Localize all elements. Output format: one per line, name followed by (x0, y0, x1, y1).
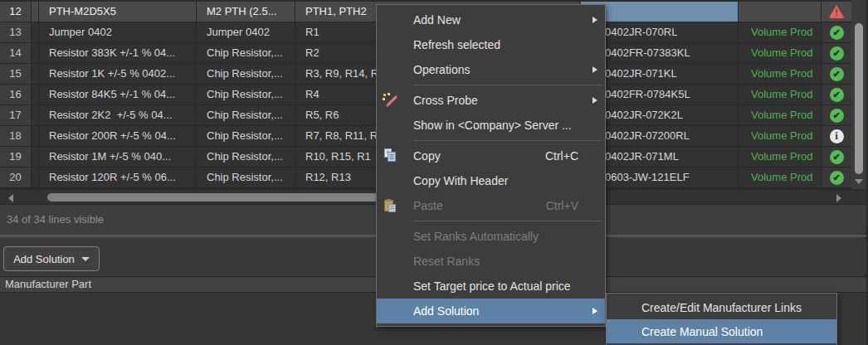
lifecycle-cell[interactable]: Volume Prod (739, 147, 822, 167)
row-number: 17 (0, 105, 32, 125)
status-ok-icon (830, 26, 844, 40)
part-name-cell[interactable]: Resistor 383K +/-1 % 04... (39, 43, 197, 63)
menu-item-paste[interactable]: Paste Ctrl+V (377, 193, 605, 218)
activebom-window: 12 PTH-M2D5X5 M2 PTH (2.5... PTH1, PTH2 … (0, 0, 868, 345)
menu-item-label: Refresh selected (413, 38, 597, 51)
part-name-cell[interactable]: PTH-M2D5X5 (39, 2, 197, 22)
vertical-scrollbar[interactable] (851, 0, 866, 189)
status-ok-icon (830, 88, 844, 102)
menu-item-label: Show in <Company> Server ... (413, 119, 597, 132)
menu-item-show-in-server[interactable]: Show in <Company> Server ... (377, 113, 605, 138)
vertical-scrollbar-thumb[interactable] (855, 23, 863, 174)
status-cell[interactable] (822, 22, 851, 42)
description-cell[interactable]: Jumper 0402 (197, 22, 295, 42)
status-warning-icon (829, 5, 845, 18)
menu-item-label: Add Solution (413, 304, 597, 318)
part-name-cell[interactable]: Resistor 2K2 +/-5 % 04... (39, 105, 197, 125)
row-gutter (32, 126, 39, 146)
menu-item-label: Add New (413, 13, 597, 27)
part-name-cell[interactable]: Resistor 120R +/-5 % 06... (39, 168, 197, 187)
lifecycle-cell[interactable]: Volume Prod (739, 43, 822, 63)
menu-item-set-target-price[interactable]: Set Target price to Actual price (377, 274, 605, 299)
row-gutter (32, 105, 39, 125)
lifecycle-cell[interactable]: Volume Prod (739, 85, 822, 104)
row-number: 20 (0, 168, 32, 187)
lifecycle-cell[interactable]: Volume Prod (739, 64, 822, 84)
menu-item-copy-with-header[interactable]: Copy With Header (377, 168, 605, 193)
paste-icon (382, 197, 400, 214)
menu-item-reset-ranks[interactable]: Reset Ranks (377, 249, 605, 274)
menu-item-set-ranks-automatically[interactable]: Set Ranks Automatically (377, 224, 605, 249)
menu-item-add-solution[interactable]: Add Solution (377, 299, 605, 323)
menu-item-label: Cross Probe (413, 94, 597, 107)
description-cell[interactable]: Chip Resistor,... (197, 105, 295, 125)
row-gutter (32, 168, 39, 187)
menu-item-label: Copy With Header (413, 174, 597, 187)
row-number: 12 (0, 2, 32, 22)
part-name-cell[interactable]: Resistor 1K +/-5 % 0402... (39, 64, 197, 84)
row-gutter (32, 64, 39, 84)
menu-item-operations[interactable]: Operations (377, 57, 605, 82)
menu-shortcut: Ctrl+C (545, 149, 578, 163)
part-name-cell[interactable]: Jumper 0402 (39, 22, 197, 42)
description-cell[interactable]: Chip Resistor,... (197, 85, 295, 104)
lifecycle-cell[interactable]: Volume Prod (739, 168, 822, 187)
row-gutter (32, 2, 39, 22)
submenu-item-create-edit-manufacturer-links[interactable]: Create/Edit Manufacturer Links (607, 295, 836, 319)
status-cell[interactable] (822, 85, 851, 104)
row-number: 16 (0, 85, 32, 104)
status-info-icon (830, 129, 844, 143)
status-cell[interactable] (822, 64, 851, 84)
add-solution-button-label: Add Solution (13, 253, 75, 265)
add-solution-submenu: Create/Edit Manufacturer Links Create Ma… (606, 293, 837, 345)
row-number: 13 (0, 22, 32, 42)
row-number: 14 (0, 43, 32, 63)
row-gutter (32, 43, 39, 63)
row-gutter (32, 22, 39, 42)
submenu-item-create-manual-solution[interactable]: Create Manual Solution (607, 319, 836, 343)
row-gutter (32, 85, 39, 104)
menu-item-label: Paste (413, 199, 546, 212)
part-name-cell[interactable]: Resistor 1M +/-5 % 040... (39, 147, 197, 167)
menu-item-label: Reset Ranks (413, 255, 597, 268)
lifecycle-cell[interactable]: Volume Prod (739, 126, 822, 146)
status-cell[interactable] (822, 147, 851, 167)
status-cell[interactable] (822, 168, 851, 187)
status-cell[interactable] (822, 2, 851, 22)
description-cell[interactable]: Chip Resistor,... (197, 168, 295, 187)
menu-item-label: Set Ranks Automatically (413, 230, 597, 243)
lifecycle-cell[interactable]: Volume Prod (739, 105, 822, 125)
scroll-right-arrow-icon[interactable] (836, 194, 841, 202)
submenu-arrow-icon (592, 17, 597, 23)
description-cell[interactable]: Chip Resistor,... (197, 147, 295, 167)
part-name-cell[interactable]: Resistor 84K5 +/-1 % 04... (39, 85, 197, 104)
add-solution-button[interactable]: Add Solution (3, 246, 100, 271)
menu-item-copy[interactable]: Copy Ctrl+C (377, 143, 605, 168)
status-cell[interactable] (822, 126, 851, 146)
status-ok-icon (830, 46, 844, 61)
context-menu: Add New Refresh selected Operations Cros… (376, 4, 606, 327)
description-cell[interactable]: M2 PTH (2.5... (197, 2, 295, 22)
scroll-down-arrow-icon[interactable] (855, 179, 863, 184)
menu-separator (413, 85, 602, 85)
menu-separator (413, 221, 602, 221)
description-cell[interactable]: Chip Resistor,... (197, 43, 295, 63)
status-ok-icon (830, 109, 844, 123)
menu-item-refresh-selected[interactable]: Refresh selected (377, 32, 605, 57)
menu-item-add-new[interactable]: Add New (377, 7, 605, 32)
description-cell[interactable]: Chip Resistor,... (197, 64, 295, 84)
status-cell[interactable] (822, 105, 851, 125)
row-gutter (32, 147, 39, 167)
menu-item-cross-probe[interactable]: Cross Probe (377, 88, 605, 113)
status-cell[interactable] (822, 43, 851, 63)
row-number: 18 (0, 126, 32, 146)
row-number: 19 (0, 147, 32, 167)
scroll-left-arrow-icon[interactable] (8, 194, 13, 202)
part-name-cell[interactable]: Resistor 200R +/-5 % 04... (39, 126, 197, 146)
lifecycle-cell[interactable] (739, 2, 822, 22)
cross-probe-icon (382, 92, 400, 109)
status-ok-icon (830, 171, 844, 185)
lifecycle-cell[interactable]: Volume Prod (739, 22, 822, 42)
menu-separator (413, 140, 602, 141)
description-cell[interactable]: Chip Resistor,... (197, 126, 295, 146)
